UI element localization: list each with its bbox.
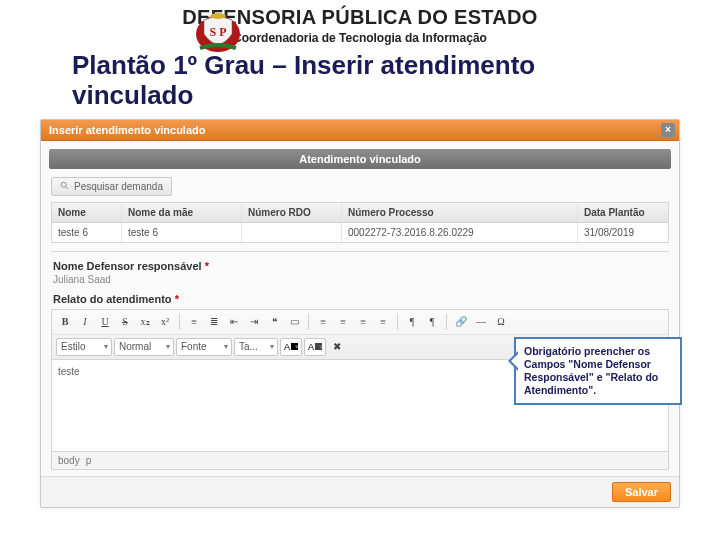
section-heading: Atendimento vinculado: [49, 149, 671, 169]
grid-header: Nome Nome da mãe Número RDO Número Proce…: [52, 203, 668, 223]
toolbar-separator: [446, 314, 447, 330]
clear-format-button[interactable]: ✖: [328, 338, 346, 356]
bold-button[interactable]: B: [56, 313, 74, 331]
hr-button[interactable]: —: [472, 313, 490, 331]
modal-title-bar: Inserir atendimento vinculado ×: [41, 120, 679, 141]
search-icon: [60, 181, 70, 191]
modal-footer: Salvar: [41, 476, 679, 507]
svg-point-3: [61, 183, 66, 188]
special-char-button[interactable]: Ω: [492, 313, 510, 331]
modal-inserir-atendimento: Inserir atendimento vinculado × Atendime…: [40, 119, 680, 508]
style-combo[interactable]: Estilo: [56, 338, 112, 356]
col-mae[interactable]: Nome da mãe: [122, 203, 242, 222]
ordered-list-button[interactable]: ≡: [185, 313, 203, 331]
value-nome-defensor[interactable]: Juliana Saad: [53, 274, 667, 285]
path-p[interactable]: p: [86, 455, 92, 466]
col-nome[interactable]: Nome: [52, 203, 122, 222]
rtl-button[interactable]: ¶: [423, 313, 441, 331]
svg-line-4: [66, 187, 69, 190]
subscript-button[interactable]: x₂: [136, 313, 154, 331]
table-row[interactable]: teste 6 teste 6 0002272-73.2016.8.26.022…: [52, 223, 668, 242]
unordered-list-button[interactable]: ≣: [205, 313, 223, 331]
link-button[interactable]: 🔗: [452, 313, 470, 331]
toolbar-separator: [308, 314, 309, 330]
font-combo[interactable]: Fonte: [176, 338, 232, 356]
instruction-callout: Obrigatório preencher os Campos "Nome De…: [514, 337, 682, 406]
dept-subtitle: Coordenadoria de Tecnologia da Informaçã…: [0, 31, 720, 45]
col-data[interactable]: Data Plantão: [578, 203, 668, 222]
save-button[interactable]: Salvar: [612, 482, 671, 502]
svg-point-2: [210, 13, 226, 19]
page-title: Plantão 1º Grau – Inserir atendimento vi…: [0, 47, 720, 115]
divider: [51, 251, 669, 252]
toolbar-separator: [397, 314, 398, 330]
underline-button[interactable]: U: [96, 313, 114, 331]
org-title: DEFENSORIA PÚBLICA DO ESTADO: [0, 6, 720, 29]
svg-text:S P: S P: [209, 25, 226, 39]
text-color-button[interactable]: A: [280, 338, 302, 356]
indent-button[interactable]: ⇥: [245, 313, 263, 331]
italic-button[interactable]: I: [76, 313, 94, 331]
label-nome-defensor: Nome Defensor responsável *: [53, 260, 667, 272]
toolbar-separator: [179, 314, 180, 330]
format-combo[interactable]: Normal: [114, 338, 174, 356]
col-processo[interactable]: Número Processo: [342, 203, 578, 222]
page-header: S P DEFENSORIA PÚBLICA DO ESTADO Coorden…: [0, 0, 720, 47]
state-crest-icon: S P: [190, 4, 246, 60]
size-combo[interactable]: Ta...: [234, 338, 278, 356]
label-relato: Relato do atendimento *: [53, 293, 667, 305]
demanda-grid: Nome Nome da mãe Número RDO Número Proce…: [51, 202, 669, 243]
align-justify-button[interactable]: ≡: [374, 313, 392, 331]
align-left-button[interactable]: ≡: [314, 313, 332, 331]
search-demanda-button[interactable]: Pesquisar demanda: [51, 177, 172, 196]
blockquote-button[interactable]: ❝: [265, 313, 283, 331]
ltr-button[interactable]: ¶: [403, 313, 421, 331]
div-button[interactable]: ▭: [285, 313, 303, 331]
path-body[interactable]: body: [58, 455, 80, 466]
close-icon[interactable]: ×: [661, 123, 675, 137]
align-center-button[interactable]: ≡: [334, 313, 352, 331]
editor-path-bar: body p: [51, 452, 669, 470]
bg-color-button[interactable]: A: [304, 338, 326, 356]
superscript-button[interactable]: x²: [156, 313, 174, 331]
align-right-button[interactable]: ≡: [354, 313, 372, 331]
outdent-button[interactable]: ⇤: [225, 313, 243, 331]
strike-button[interactable]: S: [116, 313, 134, 331]
col-rdo[interactable]: Número RDO: [242, 203, 342, 222]
